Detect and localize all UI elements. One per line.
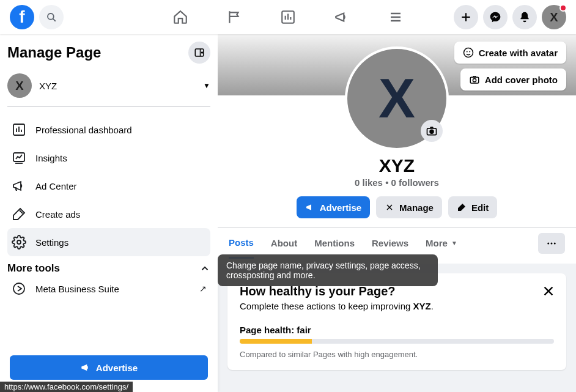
change-avatar-button[interactable] <box>421 120 443 142</box>
svg-point-10 <box>202 52 203 53</box>
account-avatar[interactable]: X <box>542 5 566 29</box>
avatar-letter: X <box>550 10 558 24</box>
svg-point-22 <box>547 242 549 244</box>
svg-point-13 <box>17 240 21 244</box>
sidebar-item-create-ads[interactable]: Create ads <box>7 200 210 228</box>
add-cover-photo-button[interactable]: Add cover photo <box>460 68 566 91</box>
sidebar-item-ad-center[interactable]: Ad Center <box>7 172 210 200</box>
svg-point-16 <box>467 51 468 53</box>
settings-tooltip: Change page name, privacy settings, page… <box>218 254 438 286</box>
advertise-label: Advertise <box>96 363 138 373</box>
search-button[interactable] <box>39 5 64 29</box>
facebook-logo[interactable]: f <box>10 5 34 29</box>
card-close-button[interactable] <box>539 282 558 300</box>
sidebar-item-label: Meta Business Suite <box>35 284 119 294</box>
health-meter-fill <box>240 339 312 344</box>
avatar-letter: X <box>378 67 415 130</box>
svg-point-19 <box>473 79 476 82</box>
sidebar-item-label: Ad Center <box>35 181 77 191</box>
topbar-right: X <box>454 5 566 29</box>
center-nav <box>172 9 404 26</box>
profile-actions: Advertise Manage Edit <box>297 196 498 218</box>
close-icon <box>542 284 555 298</box>
sidebar-item-settings[interactable]: Settings <box>7 228 210 256</box>
search-icon <box>46 12 57 23</box>
messenger-icon <box>489 11 501 23</box>
nav-home[interactable] <box>172 9 189 26</box>
more-tools-label: More tools <box>7 262 60 275</box>
svg-point-0 <box>48 13 54 20</box>
card-subtitle: Complete these actions to keep improving… <box>240 301 554 311</box>
btn-label: Advertise <box>320 202 361 213</box>
status-bar-url: https://www.facebook.com/settings/ <box>0 382 133 392</box>
nav-ad-center[interactable] <box>333 9 350 26</box>
nav-pages[interactable] <box>226 9 243 26</box>
topbar: f X <box>0 0 576 34</box>
page-switcher-label: XYZ <box>39 81 57 91</box>
svg-point-15 <box>463 48 473 57</box>
svg-rect-18 <box>470 77 479 83</box>
sidebar-advertise-button[interactable]: Advertise <box>10 355 208 380</box>
external-link-icon: ↗ <box>199 284 207 294</box>
card-title: How healthy is your Page? <box>240 284 554 298</box>
chevron-down-icon: ▼ <box>451 240 457 246</box>
svg-point-21 <box>430 130 434 133</box>
sidebar-item-label: Settings <box>35 237 68 248</box>
sidebar-item-label: Insights <box>35 153 67 163</box>
sidebar-title: Manage Page <box>7 44 101 61</box>
tab-more-label: More <box>426 238 448 248</box>
create-with-avatar-button[interactable]: Create with avatar <box>454 42 566 64</box>
pencil-icon <box>457 202 467 212</box>
profile-edit-button[interactable]: Edit <box>448 196 497 218</box>
panel-icon <box>194 47 205 58</box>
sidebar-item-professional-dashboard[interactable]: Professional dashboard <box>7 116 210 144</box>
divider <box>7 106 210 107</box>
profile-avatar[interactable]: X <box>345 46 449 150</box>
insights-icon <box>11 150 27 166</box>
svg-point-23 <box>551 242 553 244</box>
meta-suite-icon <box>11 281 27 297</box>
bell-icon <box>519 11 531 23</box>
avatar-emoji-icon <box>463 47 474 58</box>
camera-icon <box>426 125 438 137</box>
megaphone-icon <box>305 202 315 212</box>
cover-btn-label: Add cover photo <box>485 75 558 85</box>
sidebar: Manage Page X XYZ ▼ Professional dashboa… <box>0 34 218 392</box>
health-label: Page health: fair <box>240 325 554 335</box>
page-switcher[interactable]: X XYZ ▼ <box>7 73 210 98</box>
messenger-button[interactable] <box>483 5 508 29</box>
chevron-down-icon: ▼ <box>203 81 210 90</box>
sidebar-item-label: Professional dashboard <box>35 125 132 135</box>
dots-icon <box>546 238 557 249</box>
profile-header: X XYZ 0 likes • 0 followers Advertise Ma… <box>218 95 576 264</box>
more-tools-toggle[interactable]: More tools <box>7 262 210 275</box>
sidebar-collapse-button[interactable] <box>188 42 210 64</box>
profile-advertise-button[interactable]: Advertise <box>297 196 370 218</box>
page-health-card: How healthy is your Page? Complete these… <box>227 273 566 370</box>
create-button[interactable] <box>454 5 478 29</box>
notifications-button[interactable] <box>512 5 537 29</box>
page-avatar: X <box>7 73 32 98</box>
sidebar-item-label: Create ads <box>35 209 80 220</box>
svg-point-14 <box>13 283 24 294</box>
camera-icon <box>469 74 480 85</box>
nav-menu[interactable] <box>387 9 404 26</box>
chevron-up-icon <box>199 263 210 274</box>
dashboard-icon <box>11 122 27 138</box>
profile-manage-button[interactable]: Manage <box>376 196 442 218</box>
megaphone-icon <box>80 362 91 373</box>
main: Create with avatar Add cover photo X XYZ… <box>218 34 576 392</box>
health-meter <box>240 339 554 344</box>
notification-dot-icon <box>559 4 567 12</box>
sidebar-item-insights[interactable]: Insights <box>7 144 210 172</box>
create-ads-icon <box>11 206 27 222</box>
btn-label: Edit <box>471 202 489 213</box>
nav-dashboard[interactable] <box>279 9 297 26</box>
health-compare: Compared to similar Pages with high enga… <box>240 350 554 359</box>
cover-btn-label: Create with avatar <box>479 48 558 58</box>
tab-overflow-button[interactable] <box>538 233 565 254</box>
megaphone-icon <box>11 178 27 194</box>
sidebar-item-meta-business-suite[interactable]: Meta Business Suite ↗ <box>7 275 210 303</box>
profile-stats: 0 likes • 0 followers <box>355 177 439 188</box>
gear-icon <box>11 234 27 250</box>
